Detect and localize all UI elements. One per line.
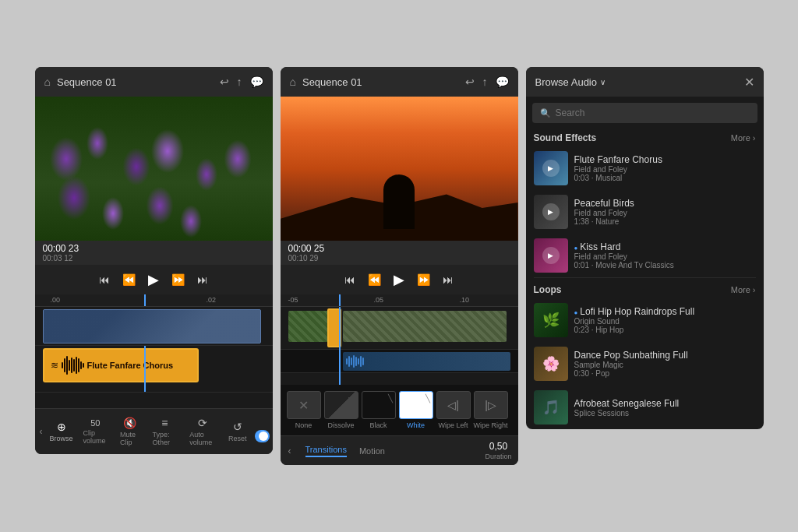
panel2-timecode: 00:00 25 00:10 29 — [281, 241, 518, 265]
birds-meta: Field and Foley — [574, 209, 756, 217]
comment-icon[interactable]: 💬 — [250, 76, 263, 88]
audio-info-lofi: ●Lofi Hip Hop Raindrops Full Origin Soun… — [574, 306, 756, 334]
audio-item-kiss[interactable]: ▶ ●Kiss Hard Field and Foley 0:01 · Movi… — [526, 234, 764, 277]
audio-item-afrobeat[interactable]: 🎵 Afrobeat Senegalese Full Splice Sessio… — [526, 386, 764, 429]
search-bar: 🔍 — [532, 103, 757, 123]
panel2-skip-start[interactable]: ⏮ — [344, 273, 355, 286]
afrobeat-meta: Splice Sessions — [574, 409, 756, 417]
auto-volume-icon: ⟳ — [198, 417, 207, 429]
mute-clip-button[interactable]: 🔇 Mute Clip — [115, 414, 145, 449]
panel1-audio-clip[interactable]: ≋ Flute Fanfare Chorus — [43, 348, 199, 382]
search-input[interactable] — [556, 107, 750, 118]
panel2-step-fwd[interactable]: ⏩ — [417, 273, 430, 286]
loops-header: Loops More › — [526, 281, 764, 298]
panel1-audio-playhead — [144, 346, 146, 392]
step-back-button[interactable]: ⏪ — [122, 273, 136, 286]
transitions-tab[interactable]: Transitions — [305, 445, 347, 457]
audio-item-lofi[interactable]: 🌿 ●Lofi Hip Hop Raindrops Full Origin So… — [526, 298, 764, 342]
panel2-ruler-10: .10 — [460, 296, 470, 304]
dance-detail: 0:30 · Pop — [574, 369, 756, 378]
transition-label-black: Black — [369, 421, 387, 429]
kiss-dot: ● — [574, 245, 578, 252]
panel2-timeline-playhead — [339, 307, 341, 385]
transition-thumb-wipe-left: ◁| — [436, 391, 471, 419]
skip-to-end-button[interactable]: ⏭ — [197, 273, 208, 286]
step-forward-button[interactable]: ⏩ — [171, 273, 185, 286]
dance-name: Dance Pop Sunbathing Full — [574, 350, 756, 361]
play-button[interactable]: ▶ — [148, 271, 159, 288]
panel2-home-icon[interactable]: ⌂ — [290, 76, 296, 88]
home-icon[interactable]: ⌂ — [44, 76, 51, 88]
audio-item-birds[interactable]: ▶ Peaceful Birds Field and Foley 1:38 · … — [526, 190, 764, 234]
lofi-name: ●Lofi Hip Hop Raindrops Full — [574, 306, 756, 317]
browse-button[interactable]: ⊕ Browse — [48, 417, 76, 446]
panel2-play[interactable]: ▶ — [394, 271, 404, 288]
ruler-label-02: .02 — [207, 296, 217, 304]
birds-name: Peaceful Birds — [574, 198, 756, 209]
undo-icon[interactable]: ↩ — [220, 76, 229, 88]
flute-detail: 0:03 · Musical — [574, 174, 756, 182]
panel1-timeline-ruler: .00 .02 — [35, 294, 273, 307]
sound-effects-more-button[interactable]: More › — [731, 133, 756, 143]
kiss-meta: Field and Foley — [574, 252, 756, 261]
panel2-timecode-sub: 00:10 29 — [288, 254, 510, 262]
audio-thumb-kiss: ▶ — [534, 238, 568, 273]
lofi-detail: 0:23 · Hip Hop — [574, 326, 756, 334]
kiss-detail: 0:01 · Movie And Tv Classics — [574, 261, 756, 270]
panel2-video-clip-a[interactable] — [288, 311, 329, 342]
transition-white[interactable]: ╲ White — [399, 391, 433, 429]
panel1-audio-track: ≋ Flute Fanfare Chorus — [35, 346, 273, 393]
auto-volume-label: Auto volume — [189, 431, 216, 446]
duration-field: 0,50 Duration — [485, 441, 511, 460]
panel2-comment-icon[interactable]: 💬 — [496, 76, 509, 88]
close-button[interactable]: ✕ — [744, 75, 754, 90]
transition-dissolve[interactable]: Dissolve — [324, 391, 358, 429]
clip-volume-icon: 50 — [90, 418, 100, 428]
motion-tab[interactable]: Motion — [359, 446, 385, 456]
birds-detail: 1:38 · Nature — [574, 217, 756, 226]
audio-thumb-dance: 🌸 — [534, 347, 568, 381]
sound-effects-header: Sound Effects More › — [526, 129, 764, 146]
browse-title: Browse Audio ∨ — [535, 76, 606, 88]
clip-volume-button[interactable]: 50 Clip volume — [79, 415, 113, 448]
clip-volume-label: Clip volume — [83, 429, 108, 445]
audio-thumb-flute: ▶ — [534, 151, 568, 185]
loops-more-button[interactable]: More › — [731, 285, 756, 294]
type-other-button[interactable]: ≡ Type: Other — [148, 414, 182, 449]
toggle-switch[interactable] — [255, 430, 270, 442]
skip-to-start-button[interactable]: ⏮ — [99, 273, 110, 286]
type-other-label: Type: Other — [153, 431, 178, 446]
transition-thumb-dissolve — [324, 391, 358, 419]
panel2-undo-icon[interactable]: ↩ — [465, 76, 475, 88]
type-other-icon: ≡ — [161, 417, 168, 429]
share-icon[interactable]: ↑ — [237, 76, 242, 88]
toolbar-left-arrow[interactable]: ‹ — [38, 426, 44, 437]
flute-meta: Field and Foley — [574, 165, 756, 174]
transition-wipe-left[interactable]: ◁| Wipe Left — [436, 391, 471, 429]
panel2-timecode-main: 00:00 25 — [288, 243, 510, 254]
panel2-video-clip-b[interactable] — [343, 311, 507, 342]
panel2-left-arrow[interactable]: ‹ — [287, 446, 293, 456]
audio-item-flute[interactable]: ▶ Flute Fanfare Chorus Field and Foley 0… — [526, 146, 764, 190]
panel1-video-clip[interactable] — [43, 309, 261, 344]
audio-item-dance[interactable]: 🌸 Dance Pop Sunbathing Full Sample Magic… — [526, 342, 764, 386]
audio-thumb-afrobeat: 🎵 — [534, 390, 568, 425]
panel2-step-back[interactable]: ⏪ — [368, 273, 381, 286]
panel2-skip-end[interactable]: ⏭ — [443, 273, 454, 286]
transition-none[interactable]: ✕ None — [287, 391, 321, 429]
auto-volume-button[interactable]: ⟳ Auto volume — [185, 414, 221, 449]
transition-thumb-wipe-right: |▷ — [474, 391, 508, 419]
lofi-meta: Origin Sound — [574, 317, 756, 326]
play-circle-kiss: ▶ — [542, 247, 560, 264]
panel1-playhead — [144, 294, 146, 306]
flute-name: Flute Fanfare Chorus — [574, 154, 756, 165]
mute-icon: 🔇 — [123, 417, 136, 429]
audio-clip-label: Flute Fanfare Chorus — [87, 361, 174, 370]
transitions-toolbar: ‹ Transitions Motion 0,50 Duration — [281, 435, 518, 465]
transition-black[interactable]: ╲ Black — [362, 391, 396, 429]
reset-button[interactable]: ↺ Reset — [224, 417, 252, 446]
panel2-share-icon[interactable]: ↑ — [482, 76, 488, 88]
panel-3: Browse Audio ∨ ✕ 🔍 Sound Effects More › … — [526, 67, 764, 429]
panel2-audio-track — [281, 350, 518, 373]
transition-wipe-right[interactable]: |▷ Wipe Right — [474, 391, 508, 429]
